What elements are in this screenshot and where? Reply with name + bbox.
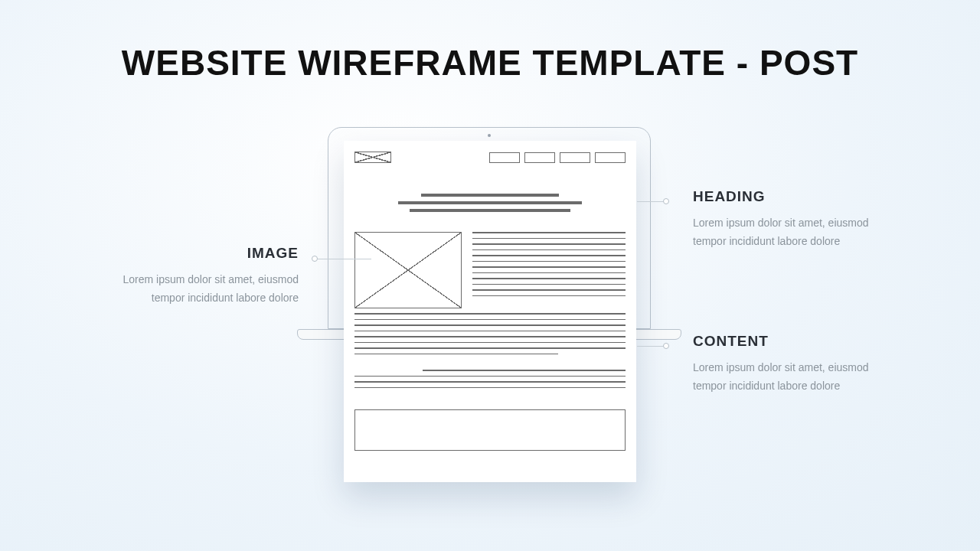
wf-paragraph-lines xyxy=(354,370,626,388)
wf-paragraph-lines xyxy=(354,313,626,354)
callout-heading: HEADING xyxy=(693,188,892,205)
connector-dot-icon xyxy=(312,256,318,262)
wf-footer-block xyxy=(354,409,626,451)
wireframe-page xyxy=(344,141,636,482)
callout-body: Lorem ipsum dolor sit amet, eiusmod temp… xyxy=(693,359,892,396)
wf-content-block xyxy=(354,232,626,388)
wf-header xyxy=(354,152,626,163)
connector-dot-icon xyxy=(663,343,669,349)
wf-logo-placeholder-icon xyxy=(354,152,391,163)
connector-line xyxy=(318,259,371,259)
wf-nav-item xyxy=(595,152,626,163)
connector-line xyxy=(637,346,665,347)
callout-heading: IMAGE xyxy=(100,245,299,262)
callout-image: IMAGE Lorem ipsum dolor sit amet, eiusmo… xyxy=(100,245,299,308)
callout-content: CONTENT Lorem ipsum dolor sit amet, eius… xyxy=(693,333,892,396)
connector-line xyxy=(637,201,665,202)
wf-image-placeholder-icon xyxy=(354,232,462,308)
callout-body: Lorem ipsum dolor sit amet, eiusmod temp… xyxy=(100,271,299,308)
connector-dot-icon xyxy=(663,198,669,204)
callout-heading: CONTENT xyxy=(693,333,892,350)
wf-nav-item xyxy=(560,152,590,163)
wf-heading-block xyxy=(354,194,626,212)
wf-nav-item xyxy=(489,152,520,163)
wf-paragraph-lines xyxy=(472,232,626,308)
wf-nav xyxy=(489,152,626,163)
page-title: WEBSITE WIREFRAME TEMPLATE - POST xyxy=(0,42,980,83)
callout-body: Lorem ipsum dolor sit amet, eiusmod temp… xyxy=(693,214,892,251)
callout-heading-block: HEADING Lorem ipsum dolor sit amet, eius… xyxy=(693,188,892,251)
laptop-camera-icon xyxy=(488,134,491,137)
wf-nav-item xyxy=(524,152,555,163)
